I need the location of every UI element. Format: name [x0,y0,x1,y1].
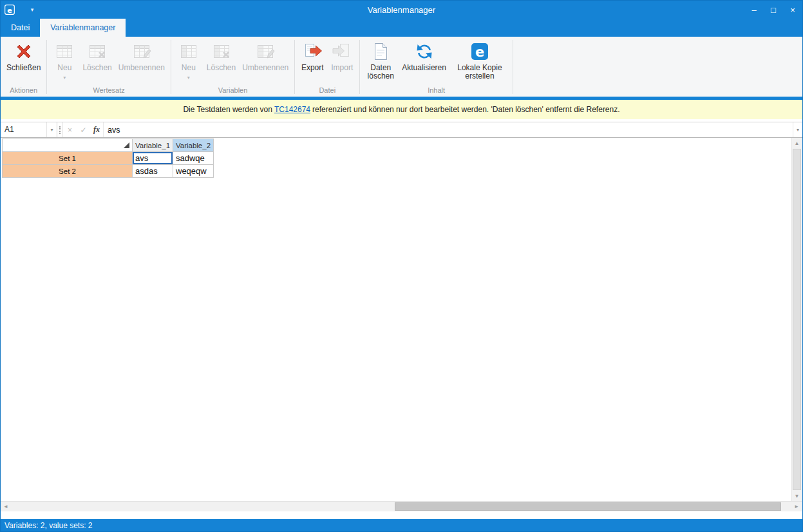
formula-bar: A1 ▾ × ✓ fx ▾ [1,122,802,138]
ribbon-group-variablen: Neu ▾ Löschen [171,37,294,97]
notice-text-after: referenziert und können nur dort bearbei… [312,105,620,114]
variablenmanager-window: e ▾ Variablenmanager – □ × Datei Variabl… [0,0,803,532]
ribbon-group-aktionen: Schließen Aktionen [1,37,46,97]
lokale-kopie-erstellen-button[interactable]: e Lokale Kopie erstellen [449,40,510,81]
status-bar: Variables: 2, value sets: 2 [1,519,802,531]
aktualisieren-button[interactable]: Aktualisieren [399,40,449,72]
variablen-loeschen-button[interactable]: Löschen [203,40,239,72]
row-header-set-2[interactable]: Set 2 [3,165,133,178]
minimize-button[interactable]: – [744,1,764,19]
scroll-left-icon[interactable]: ◄ [1,502,11,511]
group-label-aktionen: Aktionen [1,86,46,97]
vertical-scrollbar[interactable]: ▲ ▼ [791,138,802,501]
table-row: Set 2 asdas weqeqw [3,165,214,178]
scroll-up-icon[interactable]: ▲ [792,138,802,148]
header-row: Variable_1 Variable_2 [3,139,214,152]
button-label: Aktualisieren [402,64,446,72]
insert-function-button[interactable]: fx [90,122,104,137]
cell-reference: A1 [1,122,46,137]
ribbon: Schließen Aktionen Neu ▾ [1,37,802,97]
dropdown-arrow-icon: ▾ [63,73,66,82]
column-header-variable-2[interactable]: Variable_2 [173,139,214,152]
select-all-corner[interactable] [3,139,133,152]
button-label: Löschen [82,64,111,72]
local-copy-logo-icon: e [469,41,490,62]
variable-grid-view: Variable_1 Variable_2 Set 1 avs sadwqe S… [1,138,792,501]
tab-variablenmanager[interactable]: Variablenmanager [40,19,126,37]
horizontal-scrollbar[interactable]: ◄ ► [1,501,802,511]
column-header-variable-1[interactable]: Variable_1 [133,139,173,152]
testcase-link[interactable]: TC142674 [274,105,310,114]
export-icon [302,41,323,62]
ribbon-group-wertesatz: Neu ▾ Löschen [47,37,170,97]
namebox-dropdown-icon[interactable]: ▾ [46,122,57,137]
wertesatz-neu-button[interactable]: Neu ▾ [50,40,79,82]
cell-set1-variable2[interactable]: sadwqe [173,152,214,165]
import-icon [332,41,352,62]
ribbon-tab-row: Datei Variablenmanager [1,19,802,37]
button-label: Löschen [207,64,236,72]
notice-text-before: Die Testdaten werden von [183,105,272,114]
cell-name-box[interactable]: A1 ▾ [1,122,57,137]
corner-triangle-icon [124,142,129,148]
group-label-wertesatz: Wertesatz [47,86,170,97]
daten-loeschen-button[interactable]: Daten löschen [363,40,399,81]
horizontal-scrollbar-thumb[interactable] [395,502,781,511]
variable-grid: Variable_1 Variable_2 Set 1 avs sadwqe S… [2,138,214,178]
scroll-down-icon[interactable]: ▼ [792,491,802,501]
ribbon-group-datei: Export Import Datei [295,37,359,97]
group-label-variablen: Variablen [171,86,294,97]
export-button[interactable]: Export [298,40,327,72]
cell-set1-variable1[interactable]: avs [133,152,173,165]
button-label: Neu [182,64,196,72]
dropdown-arrow-icon: ▾ [187,73,190,82]
table-new-icon [178,41,199,62]
ribbon-group-inhalt: Daten löschen Aktualisieren e Lokale Kop… [360,37,513,97]
scroll-right-icon[interactable]: ► [791,502,802,511]
button-label: Umbenennen [118,64,165,72]
button-label: Umbenennen [242,64,288,72]
button-label: Lokale Kopie erstellen [453,64,507,81]
close-red-icon [14,41,34,62]
expand-formula-bar-icon[interactable]: ▾ [793,122,802,137]
group-label-datei: Datei [295,86,359,97]
refresh-icon [414,41,435,62]
button-label: Import [331,64,353,72]
tab-datei[interactable]: Datei [1,19,40,37]
wertesatz-loeschen-button[interactable]: Löschen [79,40,115,72]
group-separator [513,40,513,94]
cancel-entry-button[interactable]: × [63,122,77,137]
table-rename-icon [131,41,152,62]
confirm-entry-button[interactable]: ✓ [77,122,90,137]
maximize-button[interactable]: □ [764,1,783,19]
row-header-set-1[interactable]: Set 1 [3,152,133,165]
document-icon [370,41,391,62]
button-label: Daten löschen [366,64,395,81]
table-delete-icon [211,41,232,62]
button-label: Schließen [6,64,41,72]
cell-set2-variable2[interactable]: weqeqw [173,165,214,178]
schliessen-button[interactable]: Schließen [3,40,44,72]
group-label-inhalt: Inhalt [360,86,513,97]
status-text: Variables: 2, value sets: 2 [5,521,93,530]
formula-input[interactable] [104,122,793,137]
variablen-umbenennen-button[interactable]: Umbenennen [239,40,292,72]
title-bar: e ▾ Variablenmanager – □ × [1,1,802,19]
table-delete-icon [87,41,108,62]
formula-bar-splitter[interactable] [57,122,63,137]
button-label: Export [301,64,324,72]
window-title: Variablenmanager [1,5,802,15]
close-window-button[interactable]: × [783,1,802,19]
table-new-icon [54,41,75,62]
table-row: Set 1 avs sadwqe [3,152,214,165]
import-button[interactable]: Import [327,40,357,72]
reference-notice-bar: Die Testdaten werden von TC142674 refere… [1,100,802,119]
vertical-scrollbar-thumb[interactable] [793,149,801,490]
cell-set2-variable1[interactable]: asdas [133,165,173,178]
window-controls: – □ × [744,1,802,19]
button-label: Neu [57,64,71,72]
variablen-neu-button[interactable]: Neu ▾ [174,40,203,82]
table-rename-icon [255,41,276,62]
wertesatz-umbenennen-button[interactable]: Umbenennen [115,40,168,72]
svg-text:e: e [475,44,484,60]
